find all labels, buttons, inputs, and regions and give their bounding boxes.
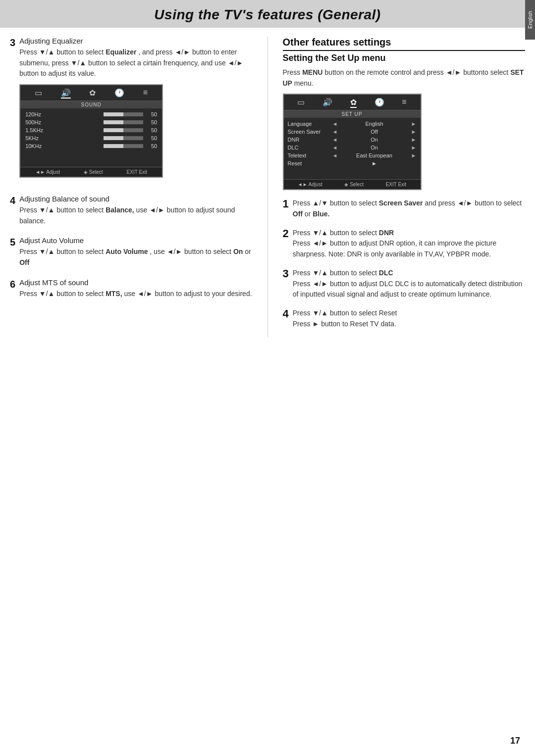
content-wrapper: 3 Adjusting Equalizer Press ▼/▲ button t… [0,37,535,337]
step-3-title: Adjusting Equalizer [19,37,252,45]
r-step-4-number: 4 [283,308,289,320]
page-number: 17 [510,736,520,746]
step-6-content: Adjust MTS of sound Press ▼/▲ button to … [19,278,252,300]
r-step-3: 3 Press ▼/▲ button to select DLC Press ◄… [283,268,526,300]
step-5-desc: Press ▼/▲ button to select Auto Volume ,… [19,247,252,268]
step-4-title: Adjusting Balance of sound [19,195,252,203]
menu-icon-options: ≡ [143,88,148,99]
step-3: 3 Adjusting Equalizer Press ▼/▲ button t… [10,37,253,185]
step-5-number: 5 [10,236,15,248]
r-step-2-number: 2 [283,228,289,240]
r-step-4-content: Press ▼/▲ button to select Reset Press ►… [293,308,525,329]
step-6: 6 Adjust MTS of sound Press ▼/▲ button t… [10,278,253,300]
menu-icons: ▭ 🔊 ✿ 🕐 ≡ [20,85,162,101]
step-6-title: Adjust MTS of sound [19,278,252,287]
menu-icon-sound: 🔊 [61,88,71,99]
setup-menu-label: SET UP [284,110,421,118]
menu-icon-picture: ▭ [35,88,42,99]
setup-icon-sound: 🔊 [322,98,332,108]
left-column: 3 Adjusting Equalizer Press ▼/▲ button t… [10,37,268,337]
menu-label: SOUND [20,101,162,108]
setup-menu: ▭ 🔊 ✿ 🕐 ≡ SET UP Language ◄ English ► Sc… [283,94,422,190]
r-step-3-content: Press ▼/▲ button to select DLC Press ◄/►… [293,268,525,300]
setup-row-language: Language ◄ English ► [284,120,421,128]
r-step-1-content: Press ▲/▼ button to select Screen Saver … [293,198,525,219]
menu-icon-time: 🕐 [114,88,124,99]
menu-footer: ◄► Adjust ◈ Select EXIT Exit [20,167,162,177]
setup-icon-picture: ▭ [297,98,305,108]
right-column: Other features settings Setting the Set … [268,37,526,337]
menu-icon-setup: ✿ [89,88,96,99]
step-4: 4 Adjusting Balance of sound Press ▼/▲ b… [10,195,253,226]
r-step-3-number: 3 [283,268,289,280]
r-step-1: 1 Press ▲/▼ button to select Screen Save… [283,198,526,219]
setup-row-dnr: DNR ◄ On ► [284,136,421,144]
setup-row-screen-saver: Screen Saver ◄ Off ► [284,128,421,136]
step-4-content: Adjusting Balance of sound Press ▼/▲ but… [19,195,252,226]
section-heading: Other features settings [283,37,526,51]
eq-row-500hz: 500Hz 50 [20,118,162,126]
eq-row-1-5khz: 1.5KHz 50 [20,126,162,134]
setup-menu-icons: ▭ 🔊 ✿ 🕐 ≡ [284,95,421,110]
step-3-number: 3 [10,37,15,49]
step-4-number: 4 [10,195,15,206]
step-6-number: 6 [10,278,15,290]
step-4-desc: Press ▼/▲ button to select Balance, use … [19,205,252,226]
sub-heading: Setting the Set Up menu [283,53,526,63]
menu-rows: 120Hz 50 500Hz 50 1.5KHz 50 [20,108,162,152]
page-header: Using the TV's features (General) Englis… [0,0,535,28]
page-title: Using the TV's features (General) [0,7,535,23]
eq-row-5khz: 5KHz 50 [20,134,162,142]
r-step-2-content: Press ▼/▲ button to select DNR Press ◄/►… [293,228,525,260]
setup-icon-options: ≡ [402,98,406,108]
setup-row-teletext: Teletext ◄ East European ► [284,151,421,159]
equalizer-menu: ▭ 🔊 ✿ 🕐 ≡ SOUND 120Hz 50 [19,84,163,178]
step-5-content: Adjust Auto Volume Press ▼/▲ button to s… [19,236,252,268]
step-5: 5 Adjust Auto Volume Press ▼/▲ button to… [10,236,253,268]
intro-text: Press MENU button on the remote control … [283,67,526,89]
setup-icon-time: 🕐 [374,98,384,108]
setup-row-dlc: DLC ◄ On ► [284,144,421,151]
r-step-1-number: 1 [283,198,289,210]
step-3-desc: Press ▼/▲ button to select Equalizer , a… [19,47,252,79]
step-6-desc: Press ▼/▲ button to select MTS, use ◄/► … [19,289,252,300]
eq-row-10khz: 10KHz 50 [20,142,162,150]
eq-row-120hz: 120Hz 50 [20,110,162,118]
step-5-title: Adjust Auto Volume [19,236,252,245]
setup-icon-setup: ✿ [350,98,357,108]
r-step-2: 2 Press ▼/▲ button to select DNR Press ◄… [283,228,526,260]
r-step-4: 4 Press ▼/▲ button to select Reset Press… [283,308,526,329]
setup-menu-rows: Language ◄ English ► Screen Saver ◄ Off … [284,118,421,169]
language-tab: English [525,0,535,40]
setup-row-reset: Reset ► [284,159,421,167]
step-3-content: Adjusting Equalizer Press ▼/▲ button to … [19,37,252,185]
setup-menu-footer: ◄► Adjust ◈ Select EXIT Exit [284,179,421,189]
